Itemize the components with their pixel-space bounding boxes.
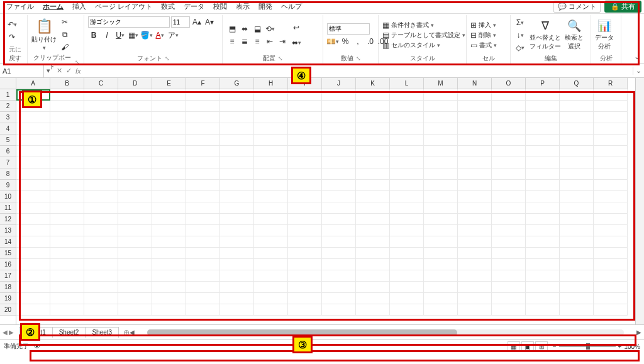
cell-I1[interactable] [288, 89, 322, 101]
cell-N3[interactable] [458, 112, 492, 123]
cell-R10[interactable] [594, 191, 628, 202]
cell-R5[interactable] [594, 135, 628, 146]
zoom-in-button[interactable]: + [618, 343, 622, 350]
cell-G15[interactable] [220, 248, 254, 259]
cell-K11[interactable] [356, 202, 390, 214]
cell-B18[interactable] [50, 282, 84, 293]
horizontal-scrollbar[interactable] [147, 329, 624, 336]
col-header-J[interactable]: J [322, 78, 356, 89]
cell-D15[interactable] [118, 248, 152, 259]
page-layout-view-button[interactable]: ▣ [521, 341, 534, 351]
cell-N8[interactable] [458, 168, 492, 180]
cell-styles-button[interactable]: ▥セルのスタイル▾ [382, 41, 465, 50]
align-center-button[interactable]: ≣ [239, 36, 250, 47]
cell-A4[interactable] [16, 123, 50, 135]
cell-C4[interactable] [84, 123, 118, 135]
hscroll-left[interactable]: ◀ [130, 329, 135, 336]
row-header-16[interactable]: 16 [0, 259, 16, 270]
cell-F8[interactable] [186, 168, 220, 180]
cell-F5[interactable] [186, 135, 220, 146]
cell-B14[interactable] [50, 236, 84, 248]
cell-F12[interactable] [186, 214, 220, 225]
row-header-18[interactable]: 18 [0, 282, 16, 293]
col-header-M[interactable]: M [424, 78, 458, 89]
cell-N4[interactable] [458, 123, 492, 135]
cell-M5[interactable] [424, 135, 458, 146]
row-header-17[interactable]: 17 [0, 270, 16, 282]
cell-M12[interactable] [424, 214, 458, 225]
cell-K4[interactable] [356, 123, 390, 135]
cell-Q13[interactable] [560, 225, 594, 236]
cell-J14[interactable] [322, 236, 356, 248]
cell-M2[interactable] [424, 101, 458, 112]
cell-B15[interactable] [50, 248, 84, 259]
cell-K5[interactable] [356, 135, 390, 146]
paste-button[interactable]: 📋 貼り付け ▾ [31, 18, 57, 51]
cell-E8[interactable] [152, 168, 186, 180]
cell-Q6[interactable] [560, 146, 594, 157]
phonetic-button[interactable]: ア▾ [167, 30, 179, 41]
cell-H11[interactable] [254, 202, 288, 214]
cell-B4[interactable] [50, 123, 84, 135]
font-size-select[interactable] [171, 16, 190, 28]
cell-O10[interactable] [492, 191, 526, 202]
row-header-6[interactable]: 6 [0, 146, 16, 157]
cell-P3[interactable] [526, 112, 560, 123]
cell-N5[interactable] [458, 135, 492, 146]
cell-N1[interactable] [458, 89, 492, 101]
col-header-Q[interactable]: Q [560, 78, 594, 89]
cell-P2[interactable] [526, 101, 560, 112]
col-header-P[interactable]: P [526, 78, 560, 89]
cell-Q10[interactable] [560, 191, 594, 202]
row-header-5[interactable]: 5 [0, 135, 16, 146]
cell-H17[interactable] [254, 270, 288, 282]
cell-M6[interactable] [424, 146, 458, 157]
cell-P5[interactable] [526, 135, 560, 146]
cell-K16[interactable] [356, 259, 390, 270]
cell-F20[interactable] [186, 304, 220, 316]
row-header-14[interactable]: 14 [0, 236, 16, 248]
undo-button[interactable]: ↶▾ [6, 19, 18, 30]
row-header-1[interactable]: 1 [0, 89, 16, 101]
cell-L17[interactable] [390, 270, 424, 282]
cell-L2[interactable] [390, 101, 424, 112]
cell-O9[interactable] [492, 180, 526, 191]
cell-C6[interactable] [84, 146, 118, 157]
align-bottom-button[interactable]: ⬓ [252, 23, 263, 35]
cell-O4[interactable] [492, 123, 526, 135]
cell-E12[interactable] [152, 214, 186, 225]
cell-Q16[interactable] [560, 259, 594, 270]
cell-R11[interactable] [594, 202, 628, 214]
border-button[interactable]: ▦▾ [128, 30, 139, 41]
cell-A17[interactable] [16, 270, 50, 282]
cell-D14[interactable] [118, 236, 152, 248]
cell-L10[interactable] [390, 191, 424, 202]
cell-A18[interactable] [16, 282, 50, 293]
cell-M15[interactable] [424, 248, 458, 259]
cell-L16[interactable] [390, 259, 424, 270]
cell-N13[interactable] [458, 225, 492, 236]
cell-D19[interactable] [118, 293, 152, 304]
cell-E6[interactable] [152, 146, 186, 157]
vertical-scrollbar[interactable] [635, 78, 644, 324]
cell-H10[interactable] [254, 191, 288, 202]
redo-button[interactable]: ↷ [6, 31, 18, 43]
cell-A20[interactable] [16, 304, 50, 316]
cell-F13[interactable] [186, 225, 220, 236]
cell-R4[interactable] [594, 123, 628, 135]
indent-increase-button[interactable]: ⇥ [277, 36, 288, 47]
cell-E7[interactable] [152, 157, 186, 168]
cell-A15[interactable] [16, 248, 50, 259]
cell-B5[interactable] [50, 135, 84, 146]
cell-F19[interactable] [186, 293, 220, 304]
cell-M17[interactable] [424, 270, 458, 282]
row-header-8[interactable]: 8 [0, 168, 16, 180]
cell-E19[interactable] [152, 293, 186, 304]
sheet-tab-Sheet2[interactable]: Sheet2 [52, 327, 86, 338]
cell-E10[interactable] [152, 191, 186, 202]
cell-M19[interactable] [424, 293, 458, 304]
cell-Q12[interactable] [560, 214, 594, 225]
cell-J4[interactable] [322, 123, 356, 135]
cell-K7[interactable] [356, 157, 390, 168]
cell-E16[interactable] [152, 259, 186, 270]
